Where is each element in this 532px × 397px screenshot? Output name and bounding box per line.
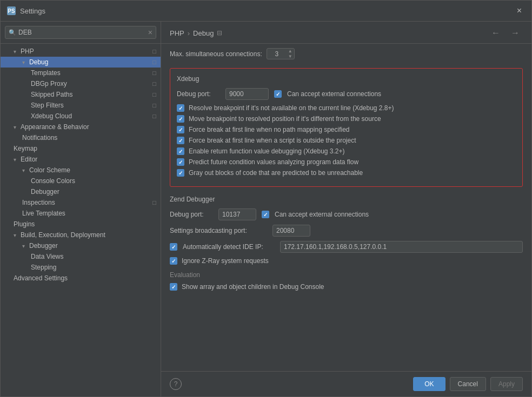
- app-icon: PS: [7, 6, 16, 15]
- sidebar-item-build-exec[interactable]: ▾ Build, Execution, Deployment: [1, 230, 161, 240]
- sidebar-item-appearance[interactable]: ▾ Appearance & Behavior: [1, 122, 161, 132]
- nav-forward-button[interactable]: →: [508, 27, 523, 39]
- zend-auto-detect-input[interactable]: [280, 241, 523, 253]
- sidebar-item-debugger-build[interactable]: ▾ Debugger: [1, 240, 161, 251]
- sidebar-item-advanced[interactable]: Advanced Settings: [1, 273, 161, 284]
- xdebug-cb3-row: Force break at first line when no path m…: [177, 126, 516, 133]
- debug-settings-icon: □: [152, 59, 156, 65]
- zend-auto-detect-row: Automatically detect IDE IP:: [170, 241, 523, 253]
- spinner-up-button[interactable]: ▲: [287, 49, 294, 54]
- xdebug-cb2-label: Move breakpoint to resolved position if …: [189, 115, 381, 123]
- xdebug-cb3-label: Force break at first line when no path m…: [189, 126, 350, 133]
- sidebar-item-editor[interactable]: ▾ Editor: [1, 154, 161, 165]
- sidebar-item-data-views-label: Data Views: [31, 253, 63, 260]
- close-button[interactable]: ×: [514, 5, 525, 17]
- sidebar-item-keymap-label: Keymap: [14, 145, 37, 152]
- skipped-settings-icon: □: [152, 91, 156, 98]
- xdebug-cb6-label: Predict future condition values analyzin…: [189, 158, 358, 166]
- spinner-down-button[interactable]: ▼: [287, 54, 294, 59]
- sidebar-item-notifications-label: Notifications: [22, 134, 57, 142]
- settings-window: PS Settings × 🔍 × ▾: [0, 0, 532, 397]
- xdebug-can-accept-checkbox[interactable]: [274, 90, 282, 98]
- connections-spinner: ▲ ▼: [267, 48, 295, 59]
- sidebar-item-inspections-label: Inspections: [22, 199, 55, 206]
- sidebar-item-keymap[interactable]: Keymap: [1, 143, 161, 154]
- search-icon: 🔍: [9, 29, 16, 36]
- xdebug-cb5[interactable]: [177, 147, 184, 155]
- xdebug-port-input[interactable]: [225, 88, 269, 100]
- header-nav: ← →: [488, 27, 523, 39]
- xdebug-cb4-label: Force break at first line when a script …: [189, 137, 356, 144]
- xdebug-cb7-label: Gray out blocks of code that are predict…: [189, 169, 363, 177]
- search-input[interactable]: [18, 29, 146, 36]
- action-buttons: OK Cancel Apply: [413, 377, 523, 391]
- xdebug-cb1-row: Resolve breakpoint if it's not available…: [177, 104, 516, 112]
- connections-label: Max. simultaneous connections:: [170, 50, 262, 58]
- breadcrumb: PHP › Debug ⊟: [170, 29, 222, 37]
- zend-auto-detect-checkbox[interactable]: [170, 243, 177, 251]
- search-bar: 🔍 ×: [1, 22, 161, 44]
- xdebug-cb7[interactable]: [177, 169, 184, 177]
- breadcrumb-part2: Debug: [193, 29, 214, 37]
- sidebar-item-debug-label: Debug: [29, 58, 48, 66]
- sidebar-item-editor-label: Editor: [21, 156, 37, 163]
- nav-back-button[interactable]: ←: [488, 27, 503, 39]
- xdebug-cb6-row: Predict future condition values analyzin…: [177, 158, 516, 166]
- xdebug-cb2[interactable]: [177, 115, 184, 123]
- sidebar-item-plugins[interactable]: Plugins: [1, 219, 161, 230]
- xdebug-cb4-row: Force break at first line when a script …: [177, 137, 516, 144]
- sidebar-item-color-scheme[interactable]: ▾ Color Scheme: [1, 165, 161, 176]
- sidebar-item-debugger-editor[interactable]: Debugger: [1, 186, 161, 197]
- apply-button[interactable]: Apply: [490, 377, 523, 391]
- sidebar-item-dbgp-proxy[interactable]: DBGp Proxy □: [1, 78, 161, 89]
- build-arrow: ▾: [14, 232, 16, 238]
- sidebar-item-stepping[interactable]: Stepping: [1, 262, 161, 273]
- content-header: PHP › Debug ⊟ ← →: [161, 22, 531, 44]
- breadcrumb-edit-icon[interactable]: ⊟: [217, 29, 222, 37]
- eval-show-array-checkbox[interactable]: [170, 283, 177, 291]
- step-settings-icon: □: [152, 102, 156, 109]
- sidebar-item-php-label: PHP: [21, 48, 34, 55]
- sidebar-item-xdebug-cloud[interactable]: Xdebug Cloud □: [1, 111, 161, 122]
- zend-can-accept-checkbox[interactable]: [262, 211, 269, 218]
- xdebug-cb6[interactable]: [177, 158, 184, 166]
- xdebug-cb7-row: Gray out blocks of code that are predict…: [177, 169, 516, 177]
- zend-section: Zend Debugger Debug port: Can accept ext…: [170, 196, 523, 265]
- zend-port-input[interactable]: [218, 208, 256, 220]
- help-button[interactable]: ?: [170, 378, 182, 390]
- clear-search-button[interactable]: ×: [148, 28, 152, 37]
- ok-button[interactable]: OK: [413, 377, 445, 391]
- sidebar-item-templates-label: Templates: [31, 69, 61, 77]
- sidebar-item-php[interactable]: ▾ PHP □: [1, 46, 161, 57]
- xcloud-settings-icon: □: [152, 113, 156, 119]
- sidebar-item-skipped-paths[interactable]: Skipped Paths □: [1, 89, 161, 100]
- cancel-button[interactable]: Cancel: [450, 377, 486, 391]
- appearance-arrow: ▾: [14, 124, 16, 130]
- sidebar-item-notifications[interactable]: Notifications: [1, 132, 161, 143]
- xdebug-port-label: Debug port:: [177, 90, 220, 98]
- content-scroll: Xdebug Debug port: Can accept external c…: [161, 64, 531, 371]
- sidebar-item-data-views[interactable]: Data Views: [1, 251, 161, 262]
- sidebar-item-console-colors[interactable]: Console Colors: [1, 176, 161, 186]
- sidebar-item-templates[interactable]: Templates □: [1, 68, 161, 78]
- main-content: 🔍 × ▾ PHP □ ▾: [1, 22, 531, 396]
- sidebar-item-debug[interactable]: ▾ Debug □: [1, 57, 161, 68]
- zend-broadcast-input[interactable]: [272, 225, 310, 237]
- zend-ignore-row: Ignore Z-Ray system requests: [170, 257, 523, 265]
- php-arrow: ▾: [14, 49, 16, 55]
- sidebar-item-inspections[interactable]: Inspections □: [1, 197, 161, 208]
- xdebug-title: Xdebug: [177, 75, 516, 83]
- zend-ignore-checkbox[interactable]: [170, 257, 177, 265]
- sidebar-item-debugger-build-label: Debugger: [29, 242, 58, 250]
- sidebar-item-live-templates[interactable]: Live Templates: [1, 208, 161, 219]
- xdebug-cb4[interactable]: [177, 137, 184, 144]
- xdebug-cb1[interactable]: [177, 104, 184, 112]
- xdebug-cb1-label: Resolve breakpoint if it's not available…: [189, 104, 394, 112]
- xdebug-cb5-label: Enable return function value debugging (…: [189, 147, 345, 155]
- bottom-bar: ? OK Cancel Apply: [161, 371, 531, 396]
- window-title: Settings: [20, 7, 45, 15]
- sidebar-item-step-filters[interactable]: Step Filters □: [1, 100, 161, 111]
- sidebar-item-color-scheme-label: Color Scheme: [29, 166, 70, 174]
- xdebug-cb3[interactable]: [177, 126, 184, 133]
- connections-value[interactable]: [267, 49, 287, 59]
